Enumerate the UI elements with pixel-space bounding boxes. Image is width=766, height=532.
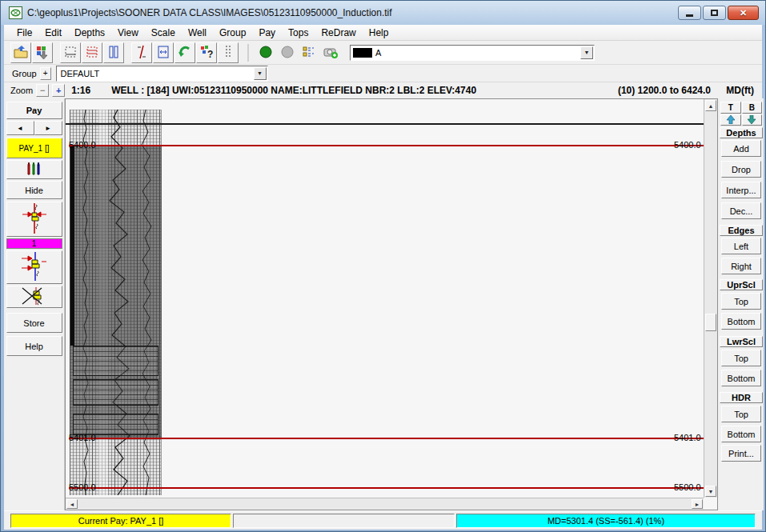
pay-next-button[interactable]: ► (34, 121, 62, 135)
hdr-bottom-button[interactable]: Bottom (721, 426, 761, 442)
open-image-button[interactable] (10, 42, 31, 63)
layer-combo-dropdown-icon[interactable]: ▼ (580, 46, 593, 59)
delete-pick-button[interactable] (6, 286, 62, 308)
depth-line-5400[interactable]: 5400.0 5400.0 (69, 145, 706, 146)
window-body: File Edit Depths View Scale Well Group P… (4, 25, 762, 528)
horizontal-scrollbar[interactable]: ◄ ► (66, 498, 704, 510)
undo-button[interactable] (174, 42, 195, 63)
lwrscl-top-button[interactable]: Top (721, 350, 761, 366)
pick-interval-icon (14, 252, 54, 282)
dotted-strip-icon (220, 44, 236, 62)
save-image-icon (34, 44, 50, 62)
scroll-up-page-button[interactable] (720, 114, 741, 126)
menu-file[interactable]: File (10, 26, 38, 40)
capture-add-button[interactable] (320, 42, 341, 63)
log-ink-bar (70, 146, 74, 346)
depth-units-text: MD(ft) (726, 85, 754, 96)
app-icon (9, 6, 22, 19)
color-help-icon: ? (199, 44, 215, 62)
scroll-up-icon[interactable]: ▲ (705, 100, 716, 111)
vertical-split-button[interactable] (103, 42, 124, 63)
color-help-button[interactable]: ? (196, 42, 217, 63)
zoom-in-button[interactable]: + (52, 84, 65, 97)
minimize-icon (686, 14, 693, 17)
depths-add-button[interactable]: Add (721, 140, 761, 157)
box-red-edge-button[interactable] (82, 42, 102, 63)
zoom-scale-value: 1:16 (71, 85, 90, 96)
depth-label-right: 5400.0 (674, 140, 701, 150)
scroll-down-page-button[interactable] (742, 114, 763, 126)
save-image-button[interactable] (32, 42, 53, 63)
list-options-button[interactable] (299, 42, 319, 63)
lwrscl-bottom-button[interactable]: Bottom (721, 370, 761, 386)
edges-left-button[interactable]: Left (721, 238, 761, 254)
depths-dec-button[interactable]: Dec... (721, 202, 761, 219)
scroll-down-icon[interactable]: ▼ (705, 486, 716, 497)
window-controls: ✕ (678, 6, 759, 20)
close-icon: ✕ (740, 8, 747, 18)
group-combo-dropdown-icon[interactable]: ▼ (254, 67, 267, 80)
scroll-right-icon[interactable]: ► (692, 499, 703, 509)
menu-well[interactable]: Well (182, 26, 213, 40)
menu-group[interactable]: Group (213, 26, 252, 40)
group-add-button[interactable]: + (40, 67, 51, 80)
depth-line-5500[interactable]: 5500.0 5500.0 (69, 487, 706, 489)
depth-range-wrap: (10) 1200.0 to 6424.0 MD(ft) (618, 85, 754, 96)
print-button[interactable]: Print... (721, 445, 761, 462)
app-window: C:\geoplus1\Projects\SOONER DATA CLASS\I… (0, 0, 766, 532)
menu-pay[interactable]: Pay (252, 26, 282, 40)
edges-right-button[interactable]: Right (721, 258, 761, 274)
toolbar: ? A ▼ (4, 41, 762, 65)
status-on-button[interactable] (255, 42, 276, 63)
fit-width-button[interactable] (153, 42, 174, 63)
pick-interval-button[interactable] (6, 250, 62, 284)
pay-number-badge[interactable]: 1 (6, 238, 62, 249)
depths-drop-button[interactable]: Drop (721, 161, 761, 178)
status-off-button[interactable] (277, 42, 298, 63)
go-bottom-button[interactable]: B (742, 102, 763, 114)
dotted-strip-button[interactable] (218, 42, 239, 63)
section-header-depths: Depths (720, 127, 763, 138)
depths-interp-button[interactable]: Interp... (721, 182, 761, 198)
crayons-button[interactable] (6, 160, 62, 179)
slant-line-button[interactable] (131, 42, 152, 63)
menu-edit[interactable]: Edit (38, 26, 68, 40)
layer-color-swatch (353, 48, 372, 58)
uprscl-top-button[interactable]: Top (721, 293, 761, 310)
depth-line-5401[interactable]: 5401.0 5401.0 (69, 438, 706, 439)
log-canvas[interactable]: 5400.0 5400.0 5401.0 5401.0 5500.0 5500.… (65, 98, 718, 510)
pay-prev-button[interactable]: ◄ (6, 121, 34, 135)
titlebar[interactable]: C:\geoplus1\Projects\SOONER DATA CLASS\I… (1, 1, 765, 25)
help-button[interactable]: Help (6, 336, 62, 356)
scroll-left-icon[interactable]: ◄ (66, 499, 78, 509)
window-title: C:\geoplus1\Projects\SOONER DATA CLASS\I… (27, 7, 392, 18)
status-spacer (233, 514, 455, 528)
current-pay-button[interactable]: PAY_1 [] (6, 138, 62, 158)
layer-combobox[interactable]: A ▼ (350, 45, 595, 61)
box-top-edge-button[interactable] (60, 42, 81, 63)
vertical-scroll-thumb[interactable] (705, 314, 716, 331)
pay-button[interactable]: Pay (6, 102, 62, 119)
menu-depths[interactable]: Depths (68, 26, 111, 40)
pick-pay-button[interactable] (6, 202, 62, 237)
go-top-button[interactable]: T (720, 102, 741, 114)
menu-view[interactable]: View (111, 26, 145, 40)
zoom-out-button[interactable]: − (36, 84, 49, 97)
store-button[interactable]: Store (6, 313, 62, 333)
menu-redraw[interactable]: ReDraw (315, 26, 362, 40)
section-header-edges: Edges (720, 225, 763, 236)
minimize-button[interactable] (678, 6, 701, 20)
uprscl-bottom-button[interactable]: Bottom (721, 313, 761, 330)
vertical-scrollbar[interactable]: ▲ ▼ (704, 99, 717, 498)
depth-range-text: (10) 1200.0 to 6424.0 (618, 85, 711, 96)
hide-button[interactable]: Hide (6, 181, 62, 199)
restore-button[interactable] (703, 6, 726, 20)
close-button[interactable]: ✕ (728, 6, 759, 20)
menu-tops[interactable]: Tops (282, 26, 315, 40)
group-combobox[interactable]: DEFAULT ▼ (56, 66, 268, 82)
box-top-edge-icon (62, 44, 78, 62)
menu-help[interactable]: Help (363, 26, 395, 40)
log-header-block (73, 346, 158, 376)
hdr-top-button[interactable]: Top (721, 406, 761, 422)
menu-scale[interactable]: Scale (145, 26, 182, 40)
